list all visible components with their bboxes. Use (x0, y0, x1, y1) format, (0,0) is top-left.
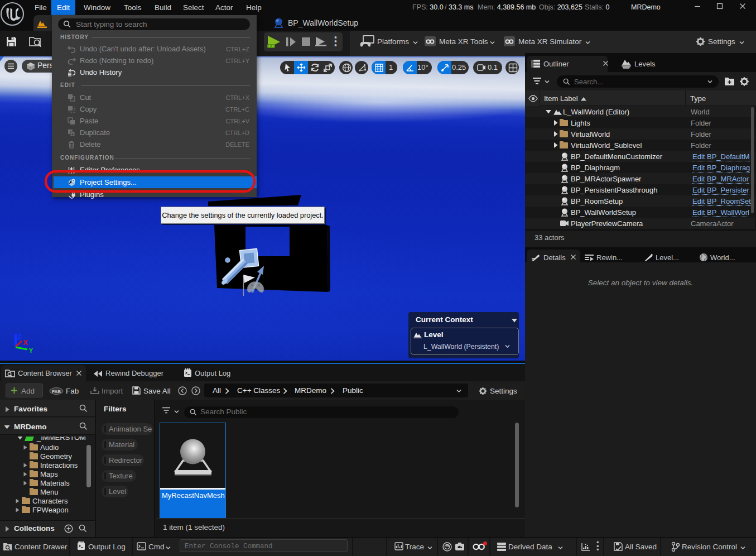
svg-text:X: X (23, 338, 28, 347)
svg-text:Z: Z (17, 333, 22, 341)
svg-text:FAB: FAB (52, 389, 61, 394)
svg-text:Y: Y (28, 346, 33, 354)
